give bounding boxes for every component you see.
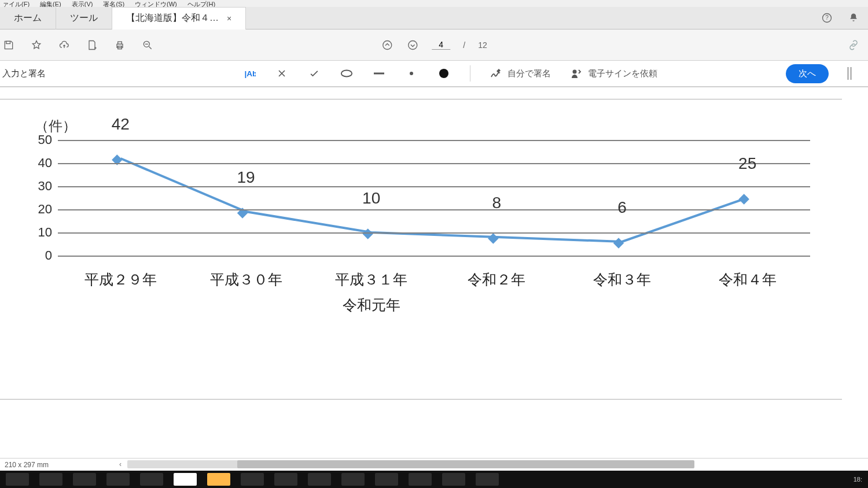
taskbar-clock: 18: xyxy=(854,476,862,483)
svg-rect-17 xyxy=(847,67,849,80)
request-sign-button[interactable]: 電子サインを依頼 xyxy=(571,68,657,79)
save-icon[interactable] xyxy=(2,39,15,51)
y-tick-label: 0 xyxy=(45,248,52,263)
chart-container: （件） 01020304050 平成２９年平成３０年平成３１年 令和元年令和２年… xyxy=(0,99,842,400)
scroll-left-arrow[interactable]: ‹ xyxy=(119,460,122,468)
svg-point-15 xyxy=(439,69,448,78)
app-tabstrip: ホーム ツール 【北海道版】令和４… × ? xyxy=(0,7,868,29)
oval-tool-icon[interactable] xyxy=(340,67,353,80)
taskbar-item[interactable] xyxy=(140,473,163,486)
page-number-input[interactable] xyxy=(432,40,450,50)
svg-rect-2 xyxy=(6,41,10,43)
taskbar-item[interactable] xyxy=(442,473,465,486)
cross-tool-icon[interactable] xyxy=(275,67,288,80)
tab-tools[interactable]: ツール xyxy=(56,7,112,29)
menu-help[interactable]: ヘルプ(H) xyxy=(187,0,215,7)
gridline xyxy=(58,256,810,257)
bell-icon[interactable] xyxy=(847,12,860,24)
taskbar-item[interactable] xyxy=(308,473,331,486)
horizontal-scrollbar[interactable]: ‹ xyxy=(58,460,863,469)
y-tick-label: 30 xyxy=(38,179,52,194)
cloud-upload-icon[interactable] xyxy=(58,39,71,51)
toolbar-separator xyxy=(470,65,470,82)
zoom-out-icon[interactable] xyxy=(141,39,154,51)
x-tick-label: 平成３１年 令和元年 xyxy=(335,267,407,318)
sign-self-label: 自分で署名 xyxy=(507,68,551,79)
svg-rect-4 xyxy=(118,42,122,44)
taskbar-item[interactable] xyxy=(341,473,365,486)
data-label: 10 xyxy=(362,189,380,208)
taskbar-item[interactable] xyxy=(476,473,499,486)
menu-view[interactable]: 表示(V) xyxy=(72,0,93,7)
close-tab-icon[interactable]: × xyxy=(227,14,231,23)
y-tick-label: 40 xyxy=(38,156,52,171)
svg-text:?: ? xyxy=(825,14,829,21)
request-sign-icon xyxy=(571,68,583,79)
chart-marker xyxy=(488,234,498,243)
menu-bar: ァイル(F) 編集(E) 表示(V) 署名(S) ウィンドウ(W) ヘルプ(H) xyxy=(0,0,868,7)
menu-edit[interactable]: 編集(E) xyxy=(40,0,61,7)
next-button-label: 次へ xyxy=(799,68,816,78)
status-bar: 210 x 297 mm ‹ xyxy=(0,458,868,471)
svg-point-14 xyxy=(410,72,413,75)
taskbar-item[interactable] xyxy=(174,473,197,486)
y-tick-label: 50 xyxy=(38,132,52,147)
chart-line xyxy=(120,158,747,242)
y-tick-label: 20 xyxy=(38,202,52,217)
tab-document-label: 【北海道版】令和４… xyxy=(126,12,219,24)
tab-home[interactable]: ホーム xyxy=(0,7,56,29)
taskbar-item[interactable] xyxy=(106,473,130,486)
sign-self-button[interactable]: 自分で署名 xyxy=(490,68,551,79)
taskbar-item[interactable] xyxy=(375,473,398,486)
svg-point-16 xyxy=(573,70,577,74)
taskbar-item[interactable] xyxy=(207,473,230,486)
page-down-icon[interactable] xyxy=(406,39,419,51)
gridline xyxy=(58,163,810,164)
page-total: 12 xyxy=(478,40,487,50)
x-tick-label: 令和４年 xyxy=(719,267,777,293)
taskbar-item[interactable] xyxy=(39,473,62,486)
help-icon[interactable]: ? xyxy=(821,12,833,24)
tab-home-label: ホーム xyxy=(14,12,42,24)
svg-point-10 xyxy=(409,40,417,49)
data-label: 42 xyxy=(112,115,130,134)
menu-file[interactable]: ァイル(F) xyxy=(2,0,30,7)
star-icon[interactable] xyxy=(30,39,43,51)
line-chart: （件） 01020304050 平成２９年平成３０年平成３１年 令和元年令和２年… xyxy=(58,140,810,371)
y-tick-label: 10 xyxy=(38,225,52,240)
x-tick-label: 令和３年 xyxy=(593,267,651,293)
x-tick-label: 平成３０年 xyxy=(210,267,282,293)
share-link-icon[interactable] xyxy=(847,39,860,51)
dot-small-tool-icon[interactable] xyxy=(405,67,418,80)
chart-marker xyxy=(739,194,749,204)
x-tick-label: 平成２９年 xyxy=(84,267,157,293)
gridline xyxy=(58,186,810,187)
text-tool-icon[interactable]: |Ab xyxy=(243,67,256,80)
menu-window[interactable]: ウィンドウ(W) xyxy=(135,0,177,7)
line-tool-icon[interactable] xyxy=(373,67,385,80)
gridline xyxy=(58,140,810,141)
gridline xyxy=(58,209,810,210)
fill-sign-bar: 入力と署名 |Ab 自分で署名 電子サインを依頼 次へ xyxy=(0,60,868,87)
data-label: 8 xyxy=(492,194,502,212)
x-tick-label: 令和２年 xyxy=(468,267,525,293)
taskbar-item[interactable] xyxy=(409,473,432,486)
taskbar-item[interactable] xyxy=(241,473,264,486)
main-toolbar: / 12 xyxy=(0,29,868,60)
menu-sign[interactable]: 署名(S) xyxy=(103,0,124,7)
svg-line-8 xyxy=(149,46,152,49)
scrollbar-thumb[interactable] xyxy=(237,460,694,468)
tab-document[interactable]: 【北海道版】令和４… × xyxy=(112,7,246,29)
page-add-icon[interactable] xyxy=(86,39,98,51)
taskbar-item[interactable] xyxy=(73,473,96,486)
request-sign-label: 電子サインを依頼 xyxy=(588,68,657,79)
print-icon[interactable] xyxy=(113,39,126,51)
dot-large-tool-icon[interactable] xyxy=(437,67,450,80)
taskbar-item[interactable] xyxy=(6,473,29,486)
data-label: 19 xyxy=(237,168,255,187)
panel-toggle-icon[interactable] xyxy=(844,67,856,80)
next-button[interactable]: 次へ xyxy=(786,64,829,83)
check-tool-icon[interactable] xyxy=(308,67,321,80)
page-up-icon[interactable] xyxy=(381,39,393,51)
taskbar-item[interactable] xyxy=(274,473,297,486)
